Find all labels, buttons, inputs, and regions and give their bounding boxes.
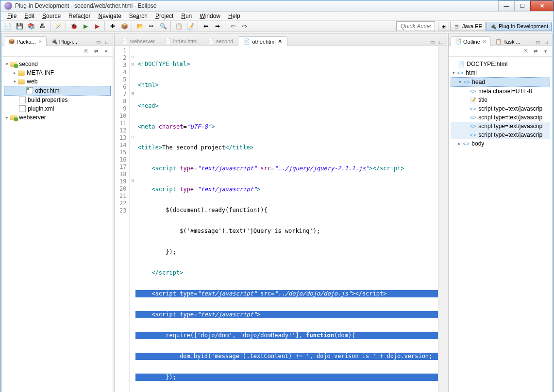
new-wizard-button[interactable]: ✏: [146, 21, 157, 32]
fwd-button[interactable]: ⇨: [239, 21, 250, 32]
outline-tree[interactable]: 📄 DOCTYPE:html <> html <> head <> meta c…: [450, 58, 551, 150]
outline-node-head[interactable]: head: [472, 79, 485, 85]
menu-run[interactable]: Run: [177, 12, 196, 20]
outline-node-title[interactable]: title: [478, 97, 487, 103]
expand-icon[interactable]: [12, 70, 17, 75]
minimize-view-icon[interactable]: ▭: [534, 38, 541, 46]
editor-tab-other[interactable]: 📄 other.html ✕: [238, 36, 287, 46]
menu-help[interactable]: Help: [224, 12, 244, 20]
debug-button[interactable]: 🐞: [68, 21, 79, 32]
collapse-all-icon[interactable]: ⇱: [522, 48, 530, 55]
menubar: File Edit Source Refactor Navigate Searc…: [0, 12, 554, 21]
folder-icon: [18, 79, 25, 84]
outline-node-script1[interactable]: script type=text/javascrip: [478, 105, 542, 112]
back-button[interactable]: ⇦: [228, 21, 238, 32]
menu-project[interactable]: Project: [151, 12, 177, 20]
tree-node-metainf[interactable]: META-INF: [27, 69, 54, 76]
view-menu-icon[interactable]: ▾: [102, 48, 110, 55]
outline-node-html[interactable]: html: [466, 69, 477, 76]
minimize-button[interactable]: [498, 0, 515, 11]
editor-tab-index[interactable]: 📄 index.html: [160, 36, 202, 46]
tree-node-web[interactable]: web: [27, 78, 37, 85]
editor-tab-second[interactable]: 📄 second: [202, 36, 238, 46]
new-button[interactable]: 📄: [2, 21, 13, 32]
maximize-button[interactable]: [514, 0, 531, 11]
minimize-editor-icon[interactable]: ▭: [428, 38, 436, 46]
maximize-view-icon[interactable]: □: [103, 38, 111, 46]
close-icon[interactable]: ✕: [483, 39, 487, 44]
collapse-all-icon[interactable]: ⇱: [83, 48, 90, 55]
link-editor-icon[interactable]: ⇄: [92, 48, 100, 55]
tree-node-other-html[interactable]: other.html: [35, 87, 61, 94]
main-toolbar: 📄 💾 📚 🖶 🪄 🐞 ▶ ▶ ✚ 📦 📂 ✏ 🔍 📋 📝 ⬅ ➡ ⇦ ⇨ ⊞ …: [0, 21, 554, 32]
expand-icon[interactable]: [451, 70, 456, 75]
project-icon: [10, 115, 17, 120]
outline-node-script3[interactable]: script type=text/javascrip: [478, 123, 542, 130]
tree-node-webserver[interactable]: webserver: [19, 114, 46, 121]
view-menu-icon[interactable]: ▾: [541, 48, 549, 55]
tree-node-second[interactable]: second: [19, 61, 38, 67]
menu-refactor[interactable]: Refactor: [65, 12, 94, 20]
vertical-scrollbar[interactable]: [438, 46, 447, 392]
outline-button[interactable]: 📋: [173, 21, 184, 32]
run-button[interactable]: ▶: [80, 21, 91, 32]
open-pde-button[interactable]: 📦: [119, 21, 130, 32]
package-explorer-tree[interactable]: second META-INF web other.html build.pro…: [3, 58, 112, 124]
project-icon: [10, 62, 17, 67]
open-type-button[interactable]: 📂: [134, 21, 145, 32]
open-perspective-button[interactable]: ⊞: [438, 22, 449, 31]
run-ext-button[interactable]: ▶: [92, 21, 102, 32]
expand-icon[interactable]: [457, 80, 463, 84]
print-button[interactable]: 🖶: [37, 21, 48, 32]
tab-task-list[interactable]: 📋 Task ...: [491, 36, 525, 46]
menu-search[interactable]: Search: [125, 12, 151, 20]
outline-node-script4[interactable]: script type=text/javascrip: [478, 131, 542, 138]
prev-annot-button[interactable]: ⬅: [201, 21, 211, 32]
window-title: Plug-in Development - second/web/other.h…: [15, 2, 499, 9]
editor-tabs: 📄 webserver 📄 index.html 📄 second 📄 othe…: [115, 33, 447, 46]
close-button[interactable]: [530, 0, 554, 11]
next-annot-button[interactable]: ➡: [212, 21, 223, 32]
menu-window[interactable]: Window: [196, 12, 224, 20]
tree-node-plugin-xml[interactable]: plugin.xml: [28, 105, 54, 112]
outline-node-script2[interactable]: script type=text/javascrip: [478, 114, 542, 121]
outline-node-body[interactable]: body: [471, 140, 484, 147]
menu-edit[interactable]: Edit: [20, 12, 38, 20]
titlebar: Plug-in Development - second/web/other.h…: [0, 0, 554, 12]
tab-plugins[interactable]: 🔌 Plug-i...: [47, 36, 82, 46]
file-icon: [19, 105, 26, 112]
maximize-view-icon[interactable]: □: [542, 38, 550, 46]
expand-icon[interactable]: [4, 115, 10, 120]
perspective-plugin-dev[interactable]: 🔌 Plug-in Development: [487, 22, 552, 31]
expand-icon[interactable]: [12, 79, 17, 84]
expand-icon[interactable]: [4, 62, 10, 66]
search-button[interactable]: 🔍: [158, 21, 168, 32]
code-editor[interactable]: 1234567891011121314151617181920212223 ⊟⊟…: [115, 46, 447, 392]
new-plugin-button[interactable]: ✚: [107, 21, 118, 32]
expand-icon[interactable]: [456, 141, 462, 146]
menu-source[interactable]: Source: [38, 12, 65, 20]
close-icon[interactable]: ✕: [278, 38, 282, 45]
fold-gutter[interactable]: ⊟⊟⊟⊟⊟: [130, 46, 135, 392]
editor-tab-webserver[interactable]: 📄 webserver: [117, 36, 160, 46]
tab-package-explorer[interactable]: 📦 Packa...✕: [4, 36, 47, 46]
task-button[interactable]: 📝: [185, 21, 196, 32]
tree-node-build[interactable]: build.properties: [28, 97, 67, 103]
save-button[interactable]: 💾: [14, 21, 25, 32]
wand-button[interactable]: 🪄: [53, 21, 64, 32]
folder-icon: [18, 70, 25, 76]
outline-node-meta[interactable]: meta charset=UTF-8: [478, 88, 532, 95]
menu-navigate[interactable]: Navigate: [94, 12, 125, 20]
outline-node-doctype[interactable]: DOCTYPE:html: [467, 61, 507, 67]
link-editor-icon[interactable]: ⇄: [532, 48, 539, 55]
line-gutter: 1234567891011121314151617181920212223: [115, 46, 130, 392]
menu-file[interactable]: File: [3, 12, 20, 20]
save-all-button[interactable]: 📚: [26, 21, 36, 32]
quick-access-input[interactable]: [396, 21, 435, 31]
html-file-icon: [26, 87, 33, 94]
maximize-editor-icon[interactable]: □: [437, 38, 445, 46]
perspective-java-ee[interactable]: ☕ Java EE: [450, 22, 486, 31]
close-icon[interactable]: ✕: [38, 39, 42, 44]
tab-outline[interactable]: 📑 Outline✕: [451, 36, 491, 46]
minimize-view-icon[interactable]: ▭: [94, 38, 102, 46]
